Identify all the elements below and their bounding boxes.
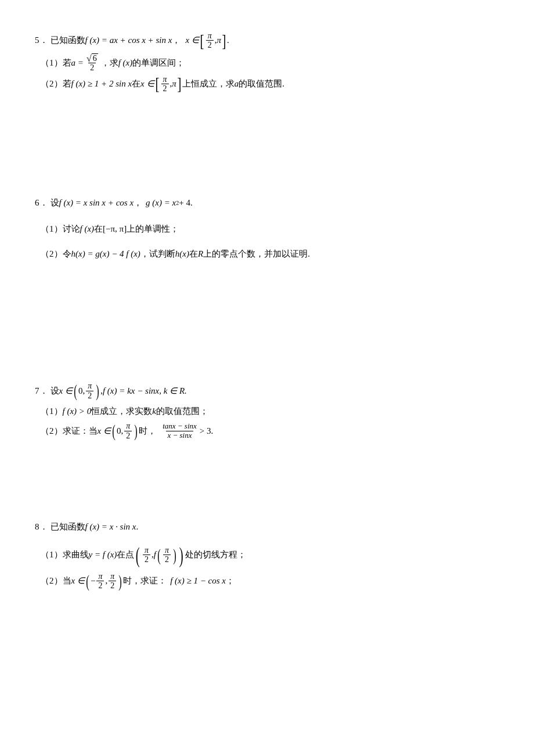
text: 上的零点个数，并加以证明. [203,246,310,262]
left-paren-icon: ( [136,544,140,566]
text: 在 [132,76,140,92]
text: 的单调区间； [132,55,185,71]
problem-6-stem: 6． 设 f (x) = x sin x + cos x ， g (x) = x… [35,195,505,211]
text: 已知函数 [50,33,85,48]
math-gx: g (x) = x [146,195,176,211]
math-fx: f (x) = x sin x + cos x [59,195,134,211]
fraction: π 2 [206,31,214,50]
denominator: 2 [88,63,96,72]
right-paren-icon: ) [134,422,138,440]
text: 在 [94,221,103,237]
problem-5-part-1: （1）若 a = √ 6 2 ，求 f (x) 的单调区间； [41,53,505,73]
text: . [136,519,139,535]
text: 处的切线方程； [185,547,246,563]
denominator: 2 [124,431,132,440]
neg-sign: − [91,573,95,589]
math-x-in: x ∈ [98,423,111,439]
text: . [211,423,214,439]
numerator: π [109,572,116,581]
denominator: 2 [206,40,214,49]
problem-6-part-1: （1）讨论 f (x) 在 [−π, π] 上的单调性； [41,221,505,237]
problem-8-stem: 8． 已知函数 f (x) = x · sin x . [35,519,505,535]
denominator: 2 [163,555,171,564]
part-number: （1）求曲线 [41,547,89,563]
fraction: π 2 [161,75,169,93]
text: ， [172,33,181,48]
denominator: 2 [86,391,93,400]
fraction: π 2 [96,572,104,591]
sqrt-icon: √ 6 [86,53,98,63]
math-k: k [152,404,156,419]
math-fx: f (x) [118,55,133,71]
math-hx: h(x) [175,246,189,262]
text: 时， [139,423,156,439]
problem-8: 8． 已知函数 f (x) = x · sin x . （1）求曲线 y = f… [35,519,505,591]
fraction: π 2 [109,572,116,591]
inner-right-paren-icon: ) [173,546,176,564]
math-y-fx: y = f (x) [89,547,117,563]
part-number: （2）若 [41,76,71,92]
problem-5-part-2: （2）若 f (x) ≥ 1 + 2 sin x 在 x ∈ [ π 2 , π… [41,75,505,93]
math-fx-def: f (x) = x · sin x [85,519,136,535]
math-gt3: > 3 [200,423,211,439]
problem-5: 5． 已知函数 f (x) = ax + cos x + sin x ， x ∈… [35,31,505,93]
text: 设 [50,383,59,399]
math-x-in: x ∈ [71,573,85,589]
math-inequality: f (x) ≥ 1 − cos x [170,573,226,589]
numerator: π [206,31,214,40]
fraction: √ 6 2 [85,53,100,73]
right-paren-icon: ) [118,573,122,590]
right-paren-icon: ) [96,382,99,399]
problem-8-part-1: （1）求曲线 y = f (x) 在点 ( π 2 , f ( π 2 ) ) … [41,544,505,566]
problem-7: 7． 设 x ∈ ( 0 , π 2 ) , f (x) = kx − sinx… [35,381,505,440]
part-number: （2）令 [41,246,71,262]
document-page: 5． 已知函数 f (x) = ax + cos x + sin x ， x ∈… [0,0,534,623]
numerator: π [124,422,132,430]
numerator: π [143,546,150,555]
math-x-in: x ∈ [185,33,199,48]
text: 时，求证： [123,573,167,589]
text: ，求 [101,55,118,71]
left-paren-icon: ( [112,422,116,440]
math-x-in: x ∈ [140,76,154,92]
numerator: π [163,546,171,555]
math-interval: [−π, π] [103,221,127,237]
text: 上恒成立，求 [182,76,234,92]
left-paren-icon: ( [86,573,89,590]
text: 恒成立，求实数 [91,404,152,419]
math-fx-def: f (x) = kx − sinx, k ∈ R. [103,383,187,399]
denominator: 2 [96,581,104,590]
part-number: （1）若 [41,55,71,71]
math-R: R [198,246,203,262]
problem-6-part-2: （2）令 h(x) = g(x) − 4 f (x) ，试判断 h(x) 在 R… [41,246,505,262]
fraction: π 2 [143,546,150,564]
text: ， [134,195,142,211]
math-plus: + 4 [179,195,190,211]
numerator: π [86,381,93,390]
text: 的取值范围； [156,404,208,419]
right-paren-icon: ) [179,544,183,566]
zero: 0 [78,383,83,399]
text: 在点 [117,547,134,563]
math-a: a [234,76,239,92]
fraction: π 2 [163,546,171,564]
part-number: （2）当 [41,573,71,589]
math-f: f [154,547,156,563]
text: 上的单调性； [127,221,179,237]
problem-8-part-2: （2）当 x ∈ ( − π 2 , π 2 ) 时，求证： f (x) ≥ 1… [41,572,505,591]
math-expr: f (x) = ax + cos x + sin x [85,33,172,48]
denominator: 2 [109,581,116,590]
denominator: 2 [143,555,150,564]
problem-7-part-1: （1） f (x) > 0 恒成立，求实数 k 的取值范围； [41,404,505,419]
denominator: x − sinx [166,431,194,440]
fraction: π 2 [124,422,132,440]
problem-number: 7． [35,383,48,399]
inner-left-paren-icon: ( [157,546,161,564]
fraction: π 2 [86,381,93,400]
numerator: π [161,75,169,84]
math-x-in: x ∈ [59,383,73,399]
math-hx-def: h(x) = g(x) − 4 f (x) [71,246,140,262]
text: 在 [189,246,198,262]
text: ，试判断 [140,246,175,262]
fraction-expr: tanx − sinx x − sinx [161,422,199,440]
